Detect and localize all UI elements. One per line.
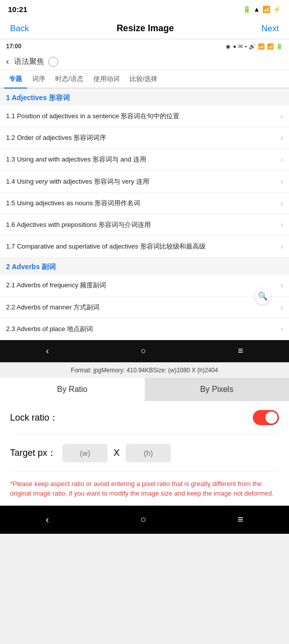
sys-home-btn[interactable]: ○ (140, 514, 146, 525)
lock-ratio-row: Lock ratio： (10, 401, 279, 435)
toggle-track (253, 410, 279, 425)
inner-battery-icon2: 🔋 (276, 43, 283, 50)
item-text: 1.2 Order of adjectives 形容词词序 (6, 133, 280, 142)
list-item[interactable]: 1.2 Order of adjectives 形容词词序 › (0, 127, 289, 149)
by-pixels-tab[interactable]: By Pixels (145, 378, 290, 401)
item-text: 2.3 Adverbs of place 地点副词 (6, 325, 280, 334)
item-text: 1.4 Using very with adjectives 形容词与 very… (6, 177, 280, 186)
inner-nav: ‹ 语法聚焦 (0, 53, 289, 70)
inner-time: 17:00 (6, 43, 22, 50)
list-item[interactable]: 1.7 Comparative and superlative of adjec… (0, 236, 289, 258)
tab-使用动词[interactable]: 使用动词 (88, 70, 125, 88)
warning-text: *Please keep aspect ratio or avoid enter… (0, 472, 289, 506)
width-input[interactable] (62, 444, 108, 462)
target-px-row: Target px： X (10, 435, 279, 472)
sys-back-btn[interactable]: ‹ (46, 514, 49, 525)
list-item[interactable]: 2.1 Adverbs of frequency 频度副词 › 🔍 (0, 275, 289, 296)
status-icons: 🔋 ▲ 📶 ⚡ (243, 6, 281, 13)
list-item[interactable]: 1.6 Adjectives with prepositions 形容词与介词连… (0, 214, 289, 236)
inner-nav-title: 语法聚焦 (14, 57, 44, 66)
chevron-icon: › (280, 177, 283, 186)
page-title: Resize Image (117, 23, 174, 34)
chevron-icon: › (280, 220, 283, 229)
chevron-icon: › (280, 325, 283, 334)
item-text: 1.1 Position of adjectives in a sentence… (6, 112, 280, 121)
inner-menu-btn[interactable]: ≡ (238, 346, 243, 356)
inner-mail-icon: ✉ (238, 43, 243, 50)
chevron-icon: › (280, 133, 283, 142)
target-px-label: Target px： (10, 447, 56, 459)
battery-icon: 🔋 (243, 6, 251, 13)
settings-section: Lock ratio： Target px： X (0, 401, 289, 472)
chevron-icon: › (280, 303, 283, 312)
chevron-icon: › (280, 112, 283, 121)
next-button[interactable]: Next (261, 24, 279, 34)
lock-ratio-label: Lock ratio： (10, 412, 58, 424)
inner-bottom-bar: ‹ ○ ≡ (0, 340, 289, 362)
chevron-icon: › (280, 281, 283, 290)
item-text: 1.6 Adjectives with prepositions 形容词与介词连… (6, 220, 280, 229)
format-info: Format: jpgMemory: 410.94KBSize: (w)1080… (0, 363, 289, 378)
inner-content: 1 Adjectives 形容词 1.1 Position of adjecti… (0, 89, 289, 340)
chevron-icon: › (280, 155, 283, 164)
signal-icon: 📶 (262, 6, 270, 13)
inner-wifi-icon2: 📶 (258, 43, 265, 50)
tab-比较选择[interactable]: 比较/选择 (125, 70, 163, 88)
inner-nav-circle (48, 57, 58, 67)
item-text: 1.3 Using and with adjectives 形容词与 and 连… (6, 155, 280, 164)
inner-status-bar: 17:00 ◉ ● ✉ • 🔊 📶 📶 🔋 (0, 39, 289, 53)
list-item[interactable]: 1.1 Position of adjectives in a sentence… (0, 106, 289, 127)
tab-专题[interactable]: 专题 (4, 70, 27, 89)
status-bar: 10:21 🔋 ▲ 📶 ⚡ (0, 0, 289, 18)
list-item[interactable]: 2.2 Adverbs of manner 方式副词 › (0, 297, 289, 318)
x-separator: X (114, 448, 120, 458)
inner-status-icons: ◉ ● ✉ • 🔊 📶 📶 🔋 (226, 43, 283, 50)
section-adjectives: 1 Adjectives 形容词 (0, 89, 289, 106)
top-nav: Back Resize Image Next (0, 18, 289, 39)
height-input[interactable] (126, 444, 171, 462)
list-item[interactable]: 2.3 Adverbs of place 地点副词 › (0, 318, 289, 340)
item-text: 2.1 Adverbs of frequency 频度副词 (6, 281, 280, 290)
inner-signal-icon2: 📶 (267, 43, 274, 50)
search-overlay-icon[interactable]: 🔍 (255, 288, 271, 304)
inner-volume-icon: 🔊 (249, 43, 256, 50)
item-text: 1.5 Using adjectives as nouns 形容词用作名词 (6, 199, 280, 208)
section-adverbs: 2 Adverbs 副词 (0, 258, 289, 275)
chevron-icon: › (280, 199, 283, 208)
inner-location-icon: ◉ (226, 43, 231, 50)
inner-dot-icon: • (245, 43, 247, 49)
phone-screenshot: 17:00 ◉ ● ✉ • 🔊 📶 📶 🔋 ‹ 语法聚焦 专题 词序 时态/语态… (0, 39, 289, 363)
list-item[interactable]: 1.4 Using very with adjectives 形容词与 very… (0, 171, 289, 193)
inner-home-btn[interactable]: ○ (141, 346, 146, 356)
toggle-thumb (265, 412, 277, 424)
chevron-icon: › (280, 242, 283, 251)
tab-时态语态[interactable]: 时态/语态 (50, 70, 88, 88)
inner-tabs: 专题 词序 时态/语态 使用动词 比较/选择 (0, 70, 289, 89)
list-item[interactable]: 1.3 Using and with adjectives 形容词与 and 连… (0, 149, 289, 171)
status-time: 10:21 (8, 5, 27, 14)
lock-ratio-toggle[interactable] (253, 410, 279, 425)
list-item[interactable]: 1.5 Using adjectives as nouns 形容词用作名词 › (0, 193, 289, 214)
system-bottom-bar: ‹ ○ ≡ (0, 506, 289, 534)
item-text: 2.2 Adverbs of manner 方式副词 (6, 303, 280, 312)
tab-selector: By Ratio By Pixels (0, 378, 289, 401)
inner-back-btn[interactable]: ‹ (46, 346, 49, 356)
charging-icon: ⚡ (273, 6, 281, 13)
back-button[interactable]: Back (10, 24, 29, 34)
item-text: 1.7 Comparative and superlative of adjec… (6, 242, 280, 251)
wifi-icon: ▲ (253, 6, 260, 13)
by-ratio-tab[interactable]: By Ratio (0, 378, 145, 401)
inner-clock-icon: ● (233, 43, 236, 49)
tab-词序[interactable]: 词序 (27, 70, 50, 88)
inner-back-icon[interactable]: ‹ (6, 56, 9, 67)
sys-menu-btn[interactable]: ≡ (238, 514, 244, 525)
